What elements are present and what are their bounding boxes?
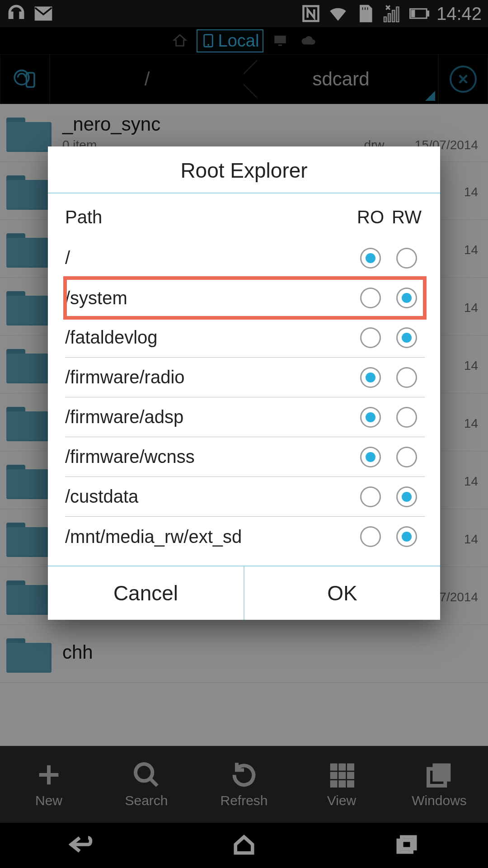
- cancel-button[interactable]: Cancel: [48, 566, 244, 620]
- radio-rw[interactable]: [396, 327, 417, 348]
- radio-ro[interactable]: [360, 248, 381, 269]
- mount-row: /firmware/adsp: [65, 397, 425, 437]
- radio-rw[interactable]: [396, 248, 417, 269]
- mount-row: /firmware/radio: [65, 358, 425, 397]
- mount-row: /firmware/wcnss: [65, 437, 425, 477]
- radio-ro[interactable]: [360, 486, 381, 507]
- mount-row: /system: [65, 278, 425, 318]
- mount-row: /fataldevlog: [65, 318, 425, 358]
- radio-rw[interactable]: [396, 367, 417, 388]
- radio-ro[interactable]: [360, 327, 381, 348]
- header-ro: RO: [352, 207, 389, 227]
- mount-path: /system: [65, 288, 352, 308]
- mount-path: /firmware/adsp: [65, 407, 352, 427]
- mount-path: /mnt/media_rw/ext_sd: [65, 527, 352, 547]
- mount-path: /fataldevlog: [65, 327, 352, 348]
- radio-rw[interactable]: [396, 486, 417, 507]
- header-path: Path: [65, 207, 352, 227]
- mount-path: /firmware/wcnss: [65, 447, 352, 467]
- header-rw: RW: [389, 207, 425, 227]
- radio-ro[interactable]: [360, 367, 381, 388]
- dialog-header-row: Path RO RW: [65, 203, 425, 238]
- mount-path: /firmware/radio: [65, 367, 352, 387]
- root-explorer-dialog: Root Explorer Path RO RW / /system /fata…: [48, 146, 440, 620]
- radio-ro[interactable]: [360, 447, 381, 467]
- ok-button[interactable]: OK: [244, 566, 440, 620]
- radio-rw[interactable]: [396, 447, 417, 467]
- radio-ro[interactable]: [360, 407, 381, 428]
- mount-row: /custdata: [65, 477, 425, 517]
- radio-rw[interactable]: [396, 288, 417, 308]
- mount-path: /: [65, 248, 352, 268]
- radio-ro[interactable]: [360, 288, 381, 308]
- mount-row: /mnt/media_rw/ext_sd: [65, 517, 425, 557]
- radio-rw[interactable]: [396, 526, 417, 547]
- mount-path: /custdata: [65, 486, 352, 507]
- radio-ro[interactable]: [360, 526, 381, 547]
- dialog-title: Root Explorer: [48, 146, 440, 193]
- mount-row: /: [65, 238, 425, 278]
- radio-rw[interactable]: [396, 407, 417, 428]
